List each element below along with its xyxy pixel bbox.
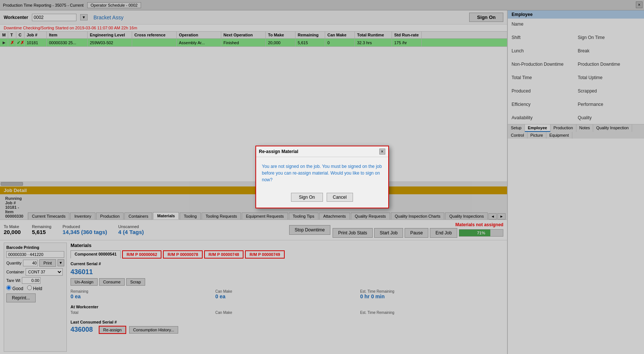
dialog-body: You are not signed on the job. You must … bbox=[256, 157, 388, 189]
dialog-title: Re-assign Material bbox=[259, 149, 298, 154]
dialog-overlay: Re-assign Material × You are not signed … bbox=[0, 0, 644, 354]
dialog-title-bar: Re-assign Material × bbox=[256, 146, 388, 157]
reassign-material-dialog: Re-assign Material × You are not signed … bbox=[255, 146, 389, 208]
dialog-sign-on-button[interactable]: Sign On bbox=[291, 193, 323, 202]
dialog-buttons: Sign On Cancel bbox=[256, 189, 388, 208]
dialog-close-button[interactable]: × bbox=[379, 149, 385, 155]
dialog-cancel-button[interactable]: Cancel bbox=[327, 193, 353, 202]
